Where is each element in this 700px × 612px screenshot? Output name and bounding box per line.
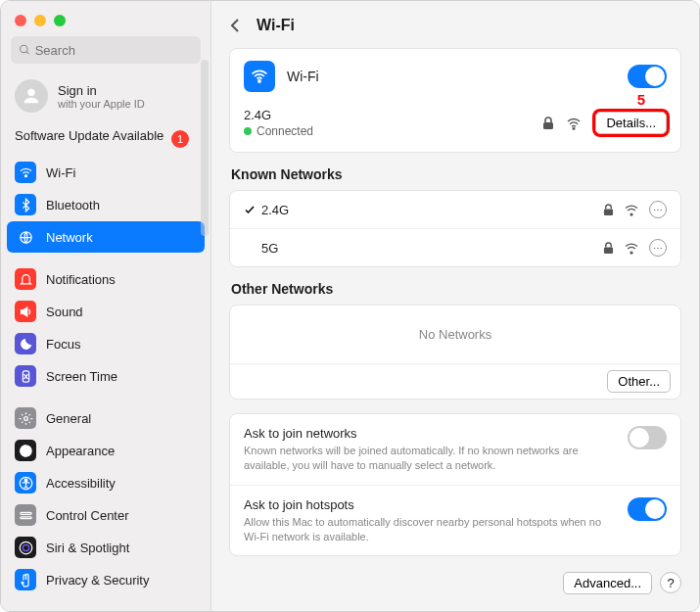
- siri-icon: [15, 537, 36, 558]
- svg-point-6: [23, 416, 27, 420]
- ask-title: Ask to join networks: [244, 426, 616, 441]
- svg-line-1: [26, 52, 29, 55]
- cc-icon: [15, 504, 36, 526]
- sidebar-item-general[interactable]: General: [7, 402, 205, 434]
- known-networks-title: Known Networks: [229, 166, 681, 190]
- annotation-5: 5: [637, 91, 645, 108]
- network-name: 2.4G: [261, 203, 603, 217]
- software-update-row[interactable]: Software Update Available 1: [1, 124, 210, 153]
- sidebar-item-label: Siri & Spotlight: [46, 541, 129, 555]
- ask-row: Ask to join networksKnown networks will …: [230, 414, 680, 485]
- sidebar-item-siri-spotlight[interactable]: Siri & Spotlight: [7, 532, 205, 563]
- wifi-title: Wi-Fi: [287, 69, 616, 84]
- wifi-signal-icon: [566, 117, 582, 130]
- sidebar-item-privacy-security[interactable]: Privacy & Security: [7, 564, 205, 595]
- snd-icon: [15, 301, 36, 322]
- wifi-signal-icon: [624, 242, 639, 255]
- connection-status: Connected: [257, 124, 313, 138]
- svg-point-2: [27, 89, 34, 96]
- sidebar-item-label: Network: [46, 230, 93, 245]
- search-icon: [19, 43, 31, 57]
- sidebar-item-label: Appearance: [46, 444, 115, 458]
- svg-rect-11: [20, 516, 30, 518]
- svg-point-18: [630, 213, 632, 215]
- update-badge: 1: [171, 130, 189, 148]
- software-update-label: Software Update Available: [15, 128, 163, 143]
- connected-ssid: 2.4G: [244, 108, 542, 122]
- main-content: Wi-Fi Wi-Fi 2.4G Connected: [211, 1, 699, 611]
- sidebar-item-wi-fi[interactable]: Wi-Fi: [7, 157, 205, 188]
- search-input[interactable]: [35, 43, 193, 58]
- avatar: [15, 79, 48, 113]
- known-networks-card: 2.4G⋯5G⋯: [229, 190, 681, 267]
- lock-icon: [603, 204, 614, 216]
- sidebar-item-screen-time[interactable]: Screen Time: [7, 360, 205, 392]
- window-controls: [1, 1, 210, 36]
- close-window-button[interactable]: [15, 15, 26, 26]
- advanced-button[interactable]: Advanced...: [563, 572, 652, 594]
- moon-icon: [15, 333, 36, 354]
- known-network-row[interactable]: 5G⋯: [230, 228, 680, 266]
- ask-toggle[interactable]: [628, 426, 667, 449]
- acc-icon: [15, 472, 36, 494]
- svg-point-12: [20, 541, 32, 554]
- ask-toggle[interactable]: [628, 497, 667, 521]
- minimize-window-button[interactable]: [34, 15, 46, 26]
- known-network-row[interactable]: 2.4G⋯: [230, 191, 680, 228]
- sidebar-item-network[interactable]: Network: [7, 221, 205, 253]
- no-networks-label: No Networks: [230, 306, 680, 364]
- sidebar-scrollbar[interactable]: [201, 60, 209, 236]
- sidebar-item-focus[interactable]: Focus: [7, 328, 205, 359]
- sidebar-item-notifications[interactable]: Notifications: [7, 263, 205, 295]
- sidebar-item-label: Privacy & Security: [46, 573, 149, 588]
- hour-icon: [15, 365, 36, 387]
- ask-card: Ask to join networksKnown networks will …: [229, 413, 681, 556]
- sidebar-item-label: Focus: [46, 337, 80, 352]
- details-button[interactable]: Details...: [595, 112, 667, 134]
- svg-point-3: [24, 174, 26, 176]
- sidebar-item-bluetooth[interactable]: Bluetooth: [7, 189, 205, 220]
- wifi-toggle[interactable]: [628, 65, 667, 88]
- more-options-button[interactable]: ⋯: [649, 239, 667, 257]
- bt-icon: [15, 194, 36, 215]
- page-title: Wi-Fi: [257, 17, 295, 34]
- hand-icon: [15, 569, 36, 590]
- other-network-button[interactable]: Other...: [607, 370, 671, 393]
- more-options-button[interactable]: ⋯: [649, 201, 667, 218]
- svg-point-0: [21, 45, 27, 52]
- sidebar-item-label: Screen Time: [46, 369, 117, 384]
- wifi-app-icon: [244, 61, 275, 92]
- sidebar-item-label: Control Center: [46, 508, 129, 523]
- gear-icon: [15, 407, 36, 429]
- ask-row: Ask to join hotspotsAllow this Mac to au…: [230, 485, 680, 556]
- sidebar-list: Wi-FiBluetoothNetworkNotificationsSoundF…: [1, 153, 210, 611]
- sign-in-row[interactable]: Sign in with your Apple ID: [1, 73, 210, 124]
- lock-icon: [603, 242, 614, 255]
- sign-in-subtitle: with your Apple ID: [58, 98, 145, 110]
- sign-in-title: Sign in: [58, 83, 145, 98]
- sidebar-item-appearance[interactable]: Appearance: [7, 435, 205, 466]
- sidebar-item-accessibility[interactable]: Accessibility: [7, 467, 205, 498]
- header: Wi-Fi: [229, 1, 681, 48]
- fullscreen-window-button[interactable]: [54, 15, 66, 26]
- svg-rect-19: [604, 247, 613, 253]
- search-field[interactable]: [11, 36, 201, 64]
- svg-point-14: [258, 80, 260, 82]
- sidebar-item-label: Wi-Fi: [46, 165, 75, 180]
- sidebar-item-label: General: [46, 411, 91, 426]
- sidebar-item-control-center[interactable]: Control Center: [7, 499, 205, 531]
- bell-icon: [15, 268, 36, 290]
- wifi-status-card: Wi-Fi 2.4G Connected Details... 5: [229, 48, 681, 153]
- other-networks-title: Other Networks: [229, 281, 681, 305]
- help-button[interactable]: ?: [660, 572, 681, 593]
- back-button[interactable]: [229, 18, 245, 33]
- sidebar: Sign in with your Apple ID Software Upda…: [1, 1, 211, 611]
- svg-point-16: [574, 127, 576, 129]
- wifi-icon: [15, 162, 36, 183]
- ask-desc: Allow this Mac to automatically discover…: [244, 515, 616, 544]
- checkmark-icon: [244, 204, 261, 215]
- network-name: 5G: [261, 241, 603, 256]
- sidebar-item-label: Notifications: [46, 272, 116, 287]
- sidebar-item-sound[interactable]: Sound: [7, 296, 205, 327]
- lock-icon: [542, 117, 554, 130]
